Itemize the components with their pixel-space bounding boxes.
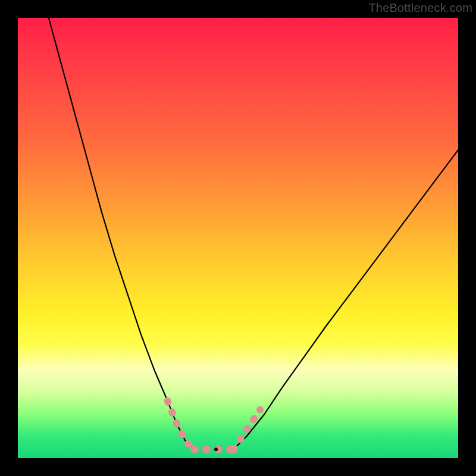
plot-area (18, 18, 458, 458)
chart-frame: TheBottleneck.com (0, 0, 476, 476)
watermark-text: TheBottleneck.com (368, 1, 472, 15)
gradient-background (18, 18, 458, 458)
